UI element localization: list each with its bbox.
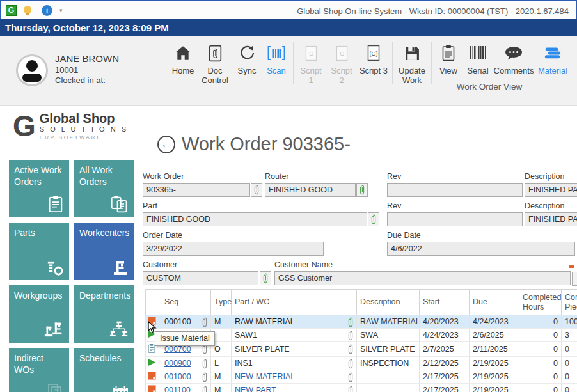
attachment-icon[interactable] <box>202 386 208 392</box>
router-attach-button[interactable] <box>356 183 368 197</box>
app-window: G i ▾ Global Shop On-line System - Wkstn… <box>0 0 577 392</box>
due-date-field[interactable]: 4/6/2022 <box>387 242 575 256</box>
table-row[interactable]: 001000 M NEW MATERIAL 2/17/2025 2/19/202… <box>146 370 577 384</box>
rev-field[interactable] <box>387 212 523 226</box>
ribbon-toolbar: JANE BROWN 10001 Clocked in at: Home Doc… <box>0 36 577 106</box>
paperclip-icon <box>253 185 260 195</box>
logo-g-icon: G <box>13 112 36 141</box>
description-label: Description <box>525 172 565 182</box>
attachment-icon[interactable] <box>202 317 208 327</box>
seq-link[interactable]: 000700 <box>164 345 191 354</box>
order-date-field[interactable]: 3/29/2022 <box>143 242 324 256</box>
truncated-field[interactable] <box>572 272 577 286</box>
due-date-label: Due Date <box>387 231 421 241</box>
view-button[interactable]: View <box>434 40 463 78</box>
part-text: INS1 <box>235 359 253 368</box>
tile-workgroups[interactable]: Workgroups <box>9 285 69 343</box>
paperclip-icon <box>262 273 269 283</box>
comments-button[interactable]: Comments <box>493 40 535 78</box>
attachment-icon[interactable] <box>347 317 354 327</box>
attachment-icon[interactable] <box>347 359 354 369</box>
issue-material-icon[interactable] <box>148 385 156 392</box>
save-icon <box>404 42 420 64</box>
machines-group-icon <box>44 322 63 338</box>
lightbulb-icon[interactable] <box>24 6 31 13</box>
table-row[interactable]: 000900 L INS1 INSPECTION 2/12/2025 2/19/… <box>146 357 577 370</box>
sync-button[interactable]: Sync <box>232 40 262 78</box>
pieces-cell: 100 <box>562 315 577 329</box>
serial-button[interactable]: Serial <box>463 40 493 78</box>
table-row[interactable]: 001100 M NEW PART 2/17/2025 2/19/2025 0 … <box>146 384 577 392</box>
tile-active-work-orders[interactable]: Active Work Orders <box>9 160 69 217</box>
info-icon[interactable]: i <box>42 5 52 16</box>
part-attach-button[interactable] <box>368 212 379 226</box>
part-link[interactable]: NEW MATERIAL <box>235 372 295 381</box>
due-cell: 2/6/2025 <box>470 329 519 342</box>
seq-link[interactable]: 000100 <box>164 317 191 326</box>
customer-name-field[interactable]: GSS Customer <box>274 271 571 285</box>
script1-button[interactable]: G Script 1 <box>296 40 326 88</box>
attachment-icon[interactable] <box>347 331 354 341</box>
hours-cell: 0 <box>519 384 562 392</box>
home-button[interactable]: Home <box>168 40 198 78</box>
machine-icon <box>112 259 129 276</box>
pin-icon[interactable]: ▾ <box>59 7 63 13</box>
seq-link[interactable]: 001100 <box>164 386 191 392</box>
tile-departments[interactable]: Departments <box>74 285 134 343</box>
script2-button[interactable]: G Script 2 <box>326 40 357 88</box>
attachment-icon[interactable] <box>347 344 354 354</box>
attachment-icon[interactable] <box>347 372 354 382</box>
col-description[interactable]: Description <box>357 290 420 315</box>
tile-indirect-wos[interactable]: Indirect WOs <box>9 348 69 392</box>
paperclip-icon <box>359 185 365 195</box>
start-labor-icon[interactable] <box>148 358 156 366</box>
toolbar-separator <box>431 42 432 84</box>
tile-workcenters[interactable]: Workcenters <box>74 223 134 280</box>
router-field[interactable]: FINISHED GOOD <box>265 183 356 197</box>
customer-attach-button[interactable] <box>260 271 271 285</box>
script3-button[interactable]: (G) Script 3 <box>357 40 390 78</box>
attachment-icon[interactable] <box>202 359 208 369</box>
material-button[interactable]: Material <box>535 40 571 78</box>
seq-link[interactable]: 001000 <box>164 372 191 381</box>
col-completed-hours[interactable]: Completed Hours <box>519 290 562 315</box>
work-order-attach-button[interactable] <box>251 183 262 197</box>
customer-field[interactable]: CUSTOM <box>143 271 258 285</box>
col-due[interactable]: Due <box>470 290 519 315</box>
hours-cell: 0 <box>519 370 562 384</box>
app-g-icon[interactable]: G <box>6 5 17 16</box>
avatar[interactable] <box>16 54 48 86</box>
work-order-field[interactable]: 903365- <box>143 183 250 197</box>
tile-parts[interactable]: Parts <box>9 223 69 280</box>
back-button[interactable]: ← <box>157 136 175 153</box>
date-bar: Thursday, October 12, 2023 8:09 PM <box>0 19 577 36</box>
col-start[interactable]: Start <box>420 290 470 315</box>
hours-cell: 0 <box>519 357 562 370</box>
calendar-icon <box>112 386 129 392</box>
org-chart-icon <box>109 320 129 338</box>
tile-schedules[interactable]: Schedules <box>74 348 134 392</box>
col-part-wc[interactable]: Part / WC <box>232 290 357 315</box>
user-name: JANE BROWN <box>55 53 119 64</box>
doc-control-button[interactable]: Doc Control <box>198 40 232 88</box>
col-type[interactable]: Type <box>211 290 232 315</box>
seq-link[interactable]: 000900 <box>164 359 191 368</box>
attachment-icon[interactable] <box>202 372 208 382</box>
description-field[interactable]: FINISHED PART D <box>525 212 577 226</box>
col-icon[interactable] <box>146 290 161 315</box>
description-field[interactable]: FINISHED PART <box>525 183 577 197</box>
part-field[interactable]: FINISHED GOOD <box>143 212 367 226</box>
part-text: SAW1 <box>235 331 257 340</box>
update-work-button[interactable]: Update Work <box>395 40 429 88</box>
part-link[interactable]: RAW MATERIAL <box>235 317 295 326</box>
col-seq[interactable]: Seq <box>161 290 211 315</box>
part-link[interactable]: NEW PART <box>235 386 276 392</box>
rev-field[interactable] <box>387 183 523 197</box>
scan-button[interactable]: Scan <box>262 40 291 78</box>
global-shop-logo: G Global Shop S O L U T I O N S ERP SOFT… <box>13 112 128 141</box>
issue-material-icon[interactable] <box>148 372 156 380</box>
attachment-icon[interactable] <box>347 386 354 392</box>
col-completed-pieces[interactable]: Completed Pieces <box>562 290 577 315</box>
table-row[interactable]: 000100 M RAW MATERIAL RAW MATERIAL 4/20/… <box>146 315 577 329</box>
tile-all-work-orders[interactable]: All Work Orders <box>74 160 134 217</box>
